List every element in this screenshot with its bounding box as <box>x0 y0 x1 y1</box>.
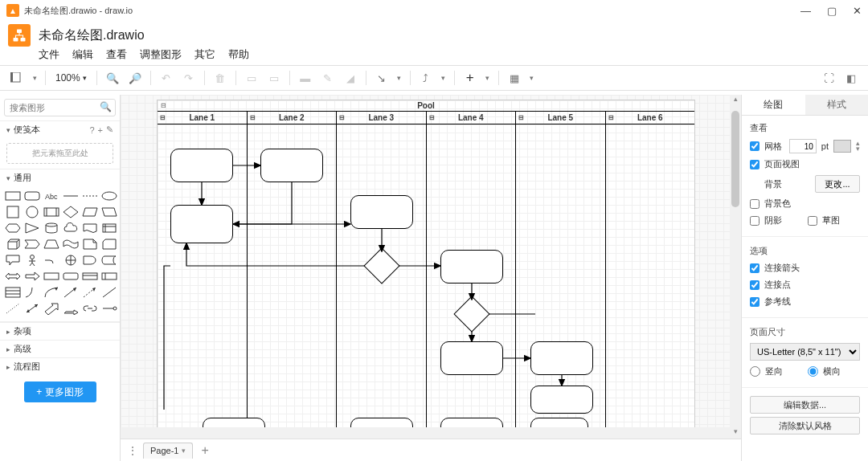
shape-arrow-dash[interactable] <box>82 286 98 299</box>
task-node[interactable] <box>530 386 593 414</box>
window-maximize[interactable]: ▢ <box>827 5 837 17</box>
shape-text[interactable]: Abc <box>43 190 59 202</box>
scratchpad-add[interactable]: + <box>98 125 103 135</box>
scroll-down-icon[interactable]: ▾ <box>730 427 741 439</box>
diagram-canvas[interactable]: ⊟ Pool ⊟Lane 1 ⊟Lane 2 ⊟Lane 3 ⊟Lane 4 ⊟… <box>157 100 695 437</box>
add-page-button[interactable]: + <box>198 443 211 458</box>
menu-view[interactable]: 查看 <box>106 48 127 62</box>
shadow-checkbox[interactable] <box>750 216 760 226</box>
task-node[interactable] <box>170 205 233 243</box>
shape-parallelogram2[interactable] <box>101 206 117 218</box>
scrollbar-thumb[interactable] <box>731 111 739 207</box>
shape-note[interactable] <box>82 238 98 251</box>
chevron-down-icon[interactable]: ▾ <box>484 69 492 87</box>
shape-trapezoid[interactable] <box>43 238 59 251</box>
shape-line-h[interactable] <box>63 190 79 202</box>
lane-header-5[interactable]: ⊟Lane 5 <box>516 112 606 124</box>
shape-rect5[interactable] <box>82 270 98 283</box>
pages-menu-icon[interactable]: ⋮ <box>127 444 138 457</box>
view-mode-dropdown[interactable] <box>8 69 26 87</box>
cat-misc[interactable]: ▸杂项 <box>0 322 120 340</box>
shape-hexagon[interactable] <box>5 222 21 235</box>
lane-header-1[interactable]: ⊟Lane 1 <box>158 112 248 124</box>
shape-square[interactable] <box>5 206 21 218</box>
shape-connector-end[interactable] <box>101 302 117 315</box>
waypoint-icon[interactable]: ⤴ <box>417 69 435 87</box>
scratchpad-dropzone[interactable]: 把元素拖至此处 <box>6 143 113 164</box>
shape-curve[interactable] <box>43 286 59 299</box>
chevron-down-icon[interactable]: ▾ <box>395 69 403 87</box>
edit-data-button[interactable]: 编辑数据... <box>750 396 860 414</box>
lane-header-4[interactable]: ⊟Lane 4 <box>427 112 517 124</box>
shape-thick-arrow[interactable] <box>43 302 59 315</box>
menu-arrange[interactable]: 调整图形 <box>140 48 182 62</box>
shadow-tool-icon[interactable]: ◢ <box>342 69 359 87</box>
shape-circle[interactable] <box>24 206 40 218</box>
shape-link[interactable] <box>82 302 98 315</box>
stepper-icon[interactable]: ▴▾ <box>856 141 860 152</box>
page-size-select[interactable]: US-Letter (8,5" x 11") <box>750 343 860 361</box>
menu-extras[interactable]: 其它 <box>194 48 215 62</box>
collapse-icon[interactable]: ⊟ <box>161 102 169 109</box>
fullscreen-icon[interactable]: ⛶ <box>820 69 837 87</box>
zoom-in-icon[interactable]: 🔍 <box>104 69 121 87</box>
task-node[interactable] <box>350 195 413 229</box>
shape-tape[interactable] <box>63 238 79 251</box>
fill-color-icon[interactable]: ▬ <box>297 69 314 87</box>
lane-header-3[interactable]: ⊟Lane 3 <box>337 112 427 124</box>
vertical-scrollbar[interactable]: ▴ ▾ <box>730 95 741 439</box>
line-color-icon[interactable]: ✎ <box>319 69 337 87</box>
shape-rect[interactable] <box>5 190 21 202</box>
grid-color-swatch[interactable] <box>833 140 851 153</box>
shape-line2[interactable] <box>24 286 40 299</box>
shape-parallelogram[interactable] <box>82 206 98 218</box>
task-node[interactable] <box>440 250 503 284</box>
shape-and[interactable] <box>82 254 98 267</box>
clear-default-style-button[interactable]: 清除默认风格 <box>750 417 860 434</box>
scratchpad-edit[interactable]: ✎ <box>106 124 113 135</box>
delete-icon[interactable]: 🗑 <box>211 69 229 87</box>
pool-header[interactable]: ⊟ Pool <box>158 100 694 112</box>
canvas-area[interactable]: ⊟ Pool ⊟Lane 1 ⊟Lane 2 ⊟Lane 3 ⊟Lane 4 ⊟… <box>121 95 741 461</box>
shape-diamond[interactable] <box>63 206 79 218</box>
shape-list[interactable] <box>5 286 21 299</box>
task-node[interactable] <box>530 341 593 375</box>
shape-thick-arrow2[interactable] <box>63 302 79 315</box>
tab-style[interactable]: 样式 <box>805 95 869 115</box>
shape-or[interactable] <box>63 254 79 267</box>
pageview-checkbox[interactable] <box>750 160 760 169</box>
shape-card[interactable] <box>101 238 117 251</box>
chevron-down-icon[interactable]: ▾ <box>528 69 536 87</box>
menu-edit[interactable]: 编辑 <box>72 48 93 62</box>
shape-arrow-right[interactable] <box>24 270 40 283</box>
cat-flowchart[interactable]: ▸流程图 <box>0 357 120 375</box>
grid-checkbox[interactable] <box>750 141 760 151</box>
shape-ellipse[interactable] <box>101 190 117 202</box>
shape-rect6[interactable] <box>101 270 117 283</box>
undo-icon[interactable]: ↶ <box>158 69 175 87</box>
shape-cylinder[interactable] <box>43 222 59 235</box>
shape-dash-line[interactable] <box>82 190 98 202</box>
window-close[interactable]: ✕ <box>853 5 862 17</box>
cat-advanced[interactable]: ▸高级 <box>0 340 120 357</box>
general-shapes-header[interactable]: ▾ 通用 <box>0 169 120 186</box>
document-title[interactable]: 未命名绘图.drawio <box>39 27 145 44</box>
task-node[interactable] <box>170 149 233 182</box>
collapse-icon[interactable]: ▾ <box>6 126 10 134</box>
tab-diagram[interactable]: 绘图 <box>742 95 805 115</box>
shape-arrow-both[interactable] <box>5 270 21 283</box>
to-back-icon[interactable]: ▭ <box>265 69 283 87</box>
task-node[interactable] <box>260 149 323 182</box>
window-minimize[interactable]: — <box>800 5 811 17</box>
shape-arrow-ne[interactable] <box>63 286 79 299</box>
lane-header-2[interactable]: ⊟Lane 2 <box>248 112 338 124</box>
shape-rect4[interactable] <box>63 270 79 283</box>
chevron-down-icon[interactable]: ▾ <box>440 69 448 87</box>
shape-connector1[interactable] <box>43 254 59 267</box>
more-shapes-button[interactable]: + 更多图形 <box>24 381 96 402</box>
shape-rect3[interactable] <box>43 270 59 283</box>
table-icon[interactable]: ▦ <box>506 69 523 87</box>
shape-document[interactable] <box>82 222 98 235</box>
to-front-icon[interactable]: ▭ <box>243 69 260 87</box>
page-tab-1[interactable]: Page-1▾ <box>143 443 193 459</box>
